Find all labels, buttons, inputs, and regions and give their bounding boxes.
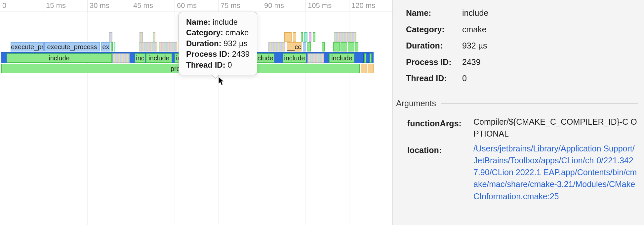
detail-row-pid: Process ID: 2439 (406, 54, 638, 70)
trace-bar[interactable] (334, 32, 356, 42)
tick-label: 0 (2, 1, 6, 10)
detail-val: 932 µs (462, 38, 638, 54)
tooltip-val: 932 µs (223, 39, 248, 48)
tick-label: 45 ms (133, 1, 153, 10)
tooltip-key: Process ID: (186, 49, 230, 58)
trace-bar[interactable] (348, 42, 354, 51)
trace-bar[interactable] (370, 53, 372, 63)
arg-key: location: (407, 143, 473, 202)
trace-bar[interactable] (139, 42, 157, 51)
trace-bar[interactable] (307, 42, 311, 51)
trace-bar[interactable] (304, 32, 307, 42)
detail-row-duration: Duration: 932 µs (406, 38, 638, 54)
trace-bar[interactable] (333, 42, 340, 51)
tick-label: 60 ms (177, 1, 197, 10)
trace-bar[interactable] (284, 32, 292, 42)
arg-key: functionArgs: (407, 116, 473, 140)
detail-val: 0 (462, 71, 638, 86)
trace-bar[interactable] (309, 32, 311, 42)
trace-bar-include[interactable]: include (283, 53, 306, 63)
trace-bar-include[interactable]: include (329, 53, 354, 63)
tooltip-val: 2439 (232, 49, 250, 58)
tick-label: 30 ms (90, 1, 109, 10)
detail-row-category: Category: cmake (406, 22, 638, 38)
trace-bar[interactable] (364, 53, 366, 63)
tooltip-val: include (213, 17, 238, 26)
tooltip-val: 0 (227, 60, 232, 69)
argument-row-functionargs: functionArgs: Compiler/${CMAKE_C_COMPILE… (406, 116, 638, 140)
detail-key: Name: (406, 5, 462, 21)
arguments-section-label: Arguments (396, 96, 638, 112)
arg-val-location-link[interactable]: /Users/jetbrains/Library/Application Sup… (473, 143, 638, 202)
trace-bar-execute-process[interactable]: execute_process (44, 42, 100, 51)
detail-key: Duration: (406, 38, 462, 54)
detail-val: 2439 (462, 54, 638, 70)
detail-row-tid: Thread ID: 0 (406, 71, 638, 86)
tooltip-val: cmake (225, 28, 249, 37)
trace-bar[interactable] (268, 42, 285, 51)
trace-bar[interactable] (140, 32, 143, 42)
tick-label: 120 ms (351, 1, 375, 10)
trace-bar[interactable] (153, 32, 155, 42)
trace-bar[interactable] (303, 42, 306, 51)
detail-row-name: Name: include (406, 5, 638, 21)
trace-bar[interactable] (362, 53, 364, 63)
detail-val: cmake (462, 22, 638, 38)
tooltip-key: Category: (186, 28, 223, 37)
detail-key: Category: (406, 22, 462, 38)
trace-bar[interactable] (159, 42, 177, 51)
trace-bar[interactable] (307, 53, 324, 63)
tick-label: 90 ms (264, 1, 284, 10)
tick-label: 75 ms (221, 1, 240, 10)
trace-bar[interactable] (301, 32, 303, 42)
trace-bar[interactable] (111, 42, 113, 51)
trace-bar[interactable] (114, 42, 115, 51)
trace-bar[interactable] (112, 53, 130, 63)
hover-tooltip: Name: include Category: cmake Duration: … (179, 12, 257, 75)
tick-label: 15 ms (46, 1, 66, 10)
tooltip-key: Duration: (186, 39, 221, 48)
tooltip-key: Name: (186, 17, 210, 26)
tooltip-key: Thread ID: (186, 60, 225, 69)
trace-bar-include[interactable]: include (146, 53, 172, 63)
trace-bar[interactable] (367, 53, 369, 63)
trace-bar[interactable] (313, 32, 315, 42)
trace-bar[interactable] (293, 32, 296, 42)
time-ruler[interactable]: 0 15 ms 30 ms 45 ms 60 ms 75 ms 90 ms 10… (0, 0, 392, 12)
trace-bar-cc[interactable]: __cc (287, 42, 302, 51)
section-title: Arguments (396, 96, 436, 112)
trace-bar-include[interactable]: inc (135, 53, 145, 63)
trace-bar[interactable] (109, 32, 112, 42)
arg-val: Compiler/${CMAKE_C_COMPILER_ID}-C OPTION… (473, 116, 638, 140)
argument-row-location: location: /Users/jetbrains/Library/Appli… (406, 143, 638, 202)
trace-bar-execute-process[interactable]: ex (101, 42, 110, 51)
trace-bar-execute-process[interactable]: execute_pr (11, 42, 44, 51)
detail-key: Process ID: (406, 54, 462, 70)
detail-key: Thread ID: (406, 71, 462, 86)
details-panel: Name: include Category: cmake Duration: … (393, 0, 644, 225)
trace-bar[interactable] (355, 42, 358, 51)
trace-bar[interactable] (341, 42, 347, 51)
trace-bar[interactable] (361, 64, 367, 73)
trace-bar[interactable] (322, 42, 325, 51)
trace-bar-include[interactable]: include (7, 53, 112, 63)
trace-bar[interactable] (368, 64, 374, 73)
tick-label: 105 ms (308, 1, 332, 10)
timeline-flamegraph[interactable]: 0 15 ms 30 ms 45 ms 60 ms 75 ms 90 ms 10… (0, 0, 393, 225)
detail-val: include (462, 5, 638, 21)
